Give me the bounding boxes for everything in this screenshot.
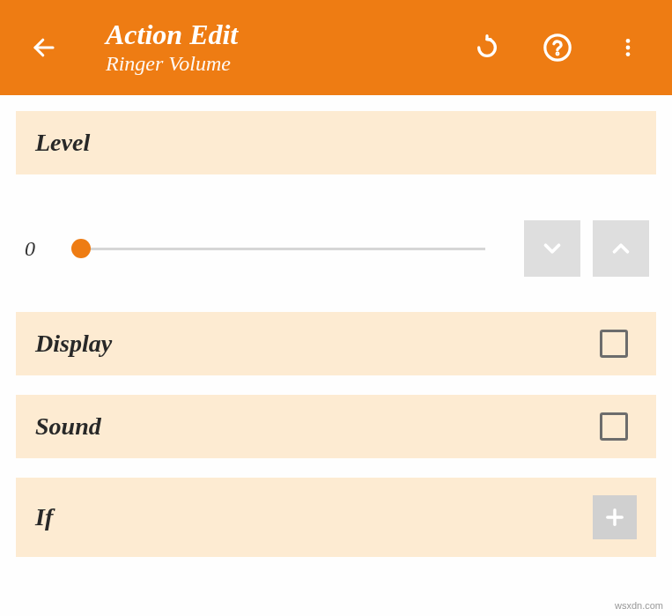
sound-row[interactable]: Sound <box>16 395 656 458</box>
overflow-menu-button[interactable] <box>610 30 646 65</box>
if-label: If <box>35 503 53 531</box>
more-vert-icon <box>617 36 639 59</box>
content: Level 0 Display Sound If <box>0 95 672 557</box>
level-decrease-button[interactable] <box>524 220 580 277</box>
chevron-up-icon <box>608 235 634 262</box>
back-button[interactable] <box>26 30 62 65</box>
level-label: Level <box>35 129 90 156</box>
level-slider[interactable] <box>81 248 485 250</box>
level-step-buttons <box>524 220 649 277</box>
sound-label: Sound <box>35 412 101 441</box>
page-title: Action Edit <box>106 19 469 50</box>
undo-button[interactable] <box>469 30 505 65</box>
level-slider-row: 0 <box>16 194 656 312</box>
level-header: Level <box>16 111 656 174</box>
if-row[interactable]: If <box>16 478 656 557</box>
svg-point-4 <box>626 46 631 50</box>
display-row[interactable]: Display <box>16 312 656 375</box>
undo-icon <box>473 33 501 62</box>
level-increase-button[interactable] <box>593 220 649 277</box>
display-label: Display <box>35 330 112 358</box>
svg-point-3 <box>626 39 631 43</box>
slider-thumb[interactable] <box>71 239 91 258</box>
arrow-left-icon <box>31 34 57 61</box>
appbar-actions <box>469 30 646 65</box>
watermark: wsxdn.com <box>615 600 663 611</box>
help-icon <box>543 33 572 63</box>
sound-checkbox[interactable] <box>600 412 628 441</box>
add-condition-button[interactable] <box>593 495 637 539</box>
plus-icon <box>602 505 627 530</box>
app-bar: Action Edit Ringer Volume <box>0 0 672 95</box>
title-block: Action Edit Ringer Volume <box>106 19 469 76</box>
level-value: 0 <box>25 237 60 261</box>
help-button[interactable] <box>540 30 575 65</box>
svg-point-2 <box>557 53 558 55</box>
display-checkbox[interactable] <box>600 330 628 358</box>
page-subtitle: Ringer Volume <box>106 52 469 76</box>
svg-point-5 <box>626 52 631 56</box>
chevron-down-icon <box>539 235 565 262</box>
